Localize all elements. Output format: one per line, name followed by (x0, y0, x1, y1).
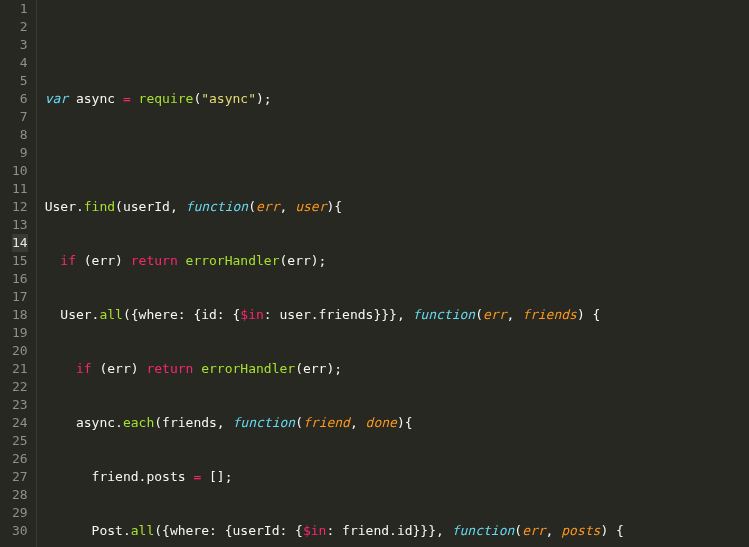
line-number: 8 (12, 126, 28, 144)
code-line[interactable]: if (err) return errorHandler(err); (45, 252, 624, 270)
line-number: 2 (12, 18, 28, 36)
line-number: 7 (12, 108, 28, 126)
line-number: 27 (12, 468, 28, 486)
code-editor[interactable]: 1234567891011121314151617181920212223242… (0, 0, 749, 547)
code-line[interactable] (45, 36, 624, 54)
line-number: 3 (12, 36, 28, 54)
code-line[interactable]: if (err) return errorHandler(err); (45, 360, 624, 378)
line-number: 24 (12, 414, 28, 432)
line-number: 26 (12, 450, 28, 468)
line-number: 12 (12, 198, 28, 216)
line-number: 20 (12, 342, 28, 360)
line-number: 15 (12, 252, 28, 270)
line-number: 23 (12, 396, 28, 414)
code-line[interactable] (45, 144, 624, 162)
line-number: 1 (12, 0, 28, 18)
code-line[interactable]: User.find(userId, function(err, user){ (45, 198, 624, 216)
code-area[interactable]: var async = require("async"); User.find(… (37, 0, 624, 547)
line-number: 5 (12, 72, 28, 90)
line-number: 14 (12, 234, 28, 252)
line-number: 30 (12, 522, 28, 540)
line-number: 17 (12, 288, 28, 306)
line-number: 13 (12, 216, 28, 234)
line-number: 10 (12, 162, 28, 180)
line-number-gutter: 1234567891011121314151617181920212223242… (0, 0, 37, 547)
line-number: 6 (12, 90, 28, 108)
line-number: 21 (12, 360, 28, 378)
code-line[interactable]: friend.posts = []; (45, 468, 624, 486)
line-number: 22 (12, 378, 28, 396)
code-line[interactable]: var async = require("async"); (45, 90, 624, 108)
line-number: 28 (12, 486, 28, 504)
line-number: 29 (12, 504, 28, 522)
line-number: 25 (12, 432, 28, 450)
line-number: 4 (12, 54, 28, 72)
line-number: 19 (12, 324, 28, 342)
code-line[interactable]: Post.all({where: {userId: {$in: friend.i… (45, 522, 624, 540)
line-number: 16 (12, 270, 28, 288)
line-number: 11 (12, 180, 28, 198)
line-number: 18 (12, 306, 28, 324)
line-number: 9 (12, 144, 28, 162)
code-line[interactable]: User.all({where: {id: {$in: user.friends… (45, 306, 624, 324)
code-line[interactable]: async.each(friends, function(friend, don… (45, 414, 624, 432)
